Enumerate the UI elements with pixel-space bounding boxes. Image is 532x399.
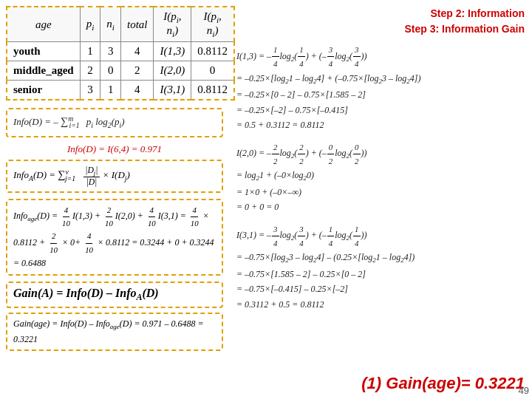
i31-line5: = 0.3112 + 0.5 = 0.8112 xyxy=(236,299,324,310)
row-label-middle: middle_aged xyxy=(7,61,80,81)
info-d-formula-block: Info(D) = – ∑mi=1 pi log2(pi) xyxy=(6,108,223,137)
col-total: total xyxy=(120,7,154,42)
i31-block: I(3,1) = –34log2(34) + (–14log2(14)) = –… xyxy=(236,222,525,313)
step-title-block: Step 2: Information Step 3: Information … xyxy=(236,6,525,37)
col-pi: pi xyxy=(80,7,100,42)
col-age: age xyxy=(7,7,80,42)
i20-line2: = log21 + (–0×log20) xyxy=(236,170,314,180)
i20-line3: = 1×0 + (–0×–∞) xyxy=(236,187,301,197)
i13-line3: = –0.25×[0 – 2] – 0.75×[1.585 – 2] xyxy=(236,89,366,100)
row-ipn-senior: I(3,1) xyxy=(154,81,191,100)
i13-line2: = –0.25×[log21 – log24] + (–0.75×[log23 … xyxy=(236,73,420,83)
col-ipn2: I(pi, ni) xyxy=(191,7,234,42)
table-row-youth: youth 1 3 4 I(1,3) 0.8112 xyxy=(7,42,234,61)
i31-line3: = –0.75×[1.585 – 2] – 0.25×[0 – 2] xyxy=(236,269,366,279)
gain-age-calc-block: Gain(age) = Info(D) – Infoage(D) = 0.971… xyxy=(6,313,223,351)
col-ipn1: I(pi, ni) xyxy=(154,7,191,42)
i13-line5: = 0.5 + 0.3112 = 0.8112 xyxy=(236,120,324,130)
row-ni-middle: 0 xyxy=(100,61,121,81)
left-panel: age pi ni total I(pi, ni) I(pi, ni) yout… xyxy=(0,0,229,399)
step3-label: Step 3: Information Gain xyxy=(236,21,525,37)
info-d-value: Info(D) = I(6,4) = 0.971 xyxy=(6,143,223,155)
row-ni-senior: 1 xyxy=(100,81,121,100)
col-ni: ni xyxy=(100,7,121,42)
row-val-middle: 0 xyxy=(191,61,234,81)
step2-label: Step 2: Information xyxy=(236,6,525,21)
gain-formula-text: Gain(A) = Info(D) – InfoA(D) xyxy=(13,287,159,299)
gain-formula-block: Gain(A) = Info(D) – InfoA(D) xyxy=(6,282,223,308)
row-ni-youth: 3 xyxy=(100,42,121,61)
row-total-middle: 2 xyxy=(120,61,154,81)
i13-line4: = –0.25×[–2] – 0.75×[–0.415] xyxy=(236,105,348,115)
row-val-youth: 0.8112 xyxy=(191,42,234,61)
i20-line4: = 0 + 0 = 0 xyxy=(236,202,279,212)
row-label-senior: senior xyxy=(7,81,80,100)
page-number: 49 xyxy=(519,385,529,396)
row-ipn-youth: I(1,3) xyxy=(154,42,191,61)
infoa-formula-block: InfoA(D) = ∑vj=1 |Dj||D| × I(Dj) xyxy=(6,160,223,193)
i31-line4: = –0.75×[–0.415] – 0.25×[–2] xyxy=(236,284,348,294)
right-formulas-block: I(1,3) = –14log2(14) + (–34log2(34)) = –… xyxy=(236,43,525,312)
row-total-senior: 4 xyxy=(120,81,154,100)
row-label-youth: youth xyxy=(7,42,80,61)
i13-line1: I(1,3) = –14log2(14) + (–34log2(34)) xyxy=(236,51,367,61)
row-pi-youth: 1 xyxy=(80,42,100,61)
row-val-senior: 0.8112 xyxy=(191,81,234,100)
right-panel: Step 2: Information Step 3: Information … xyxy=(229,0,532,399)
gain-age-line1: Gain(age) = Info(D) – Infoage(D) xyxy=(13,318,134,329)
infoa-age-line1: Infoage(D) = 410I(1,3) + 210I(2,0) + 410… xyxy=(13,211,180,221)
i20-line1: I(2,0) = –22log2(22) + (–02log2(02)) xyxy=(236,148,367,158)
info-table: age pi ni total I(pi, ni) I(pi, ni) yout… xyxy=(6,6,235,100)
row-pi-middle: 2 xyxy=(80,61,100,81)
i31-line1: I(3,1) = –34log2(34) + (–14log2(14)) xyxy=(236,230,367,240)
infoa-formula-text: InfoA(D) = ∑vj=1 |Dj||D| × I(Dj) xyxy=(13,169,130,180)
table-row-middle: middle_aged 2 0 2 I(2,0) 0 xyxy=(7,61,234,81)
row-total-youth: 4 xyxy=(120,42,154,61)
gain-final-label: (1) Gain(age)= 0.3221 xyxy=(361,374,525,393)
i20-block: I(2,0) = –22log2(22) + (–02log2(02)) = l… xyxy=(236,140,525,215)
info-d-formula-line1: Info(D) = – ∑mi=1 pi log2(pi) xyxy=(13,114,216,132)
row-pi-senior: 3 xyxy=(80,81,100,100)
infoa-age-calc-block: Infoage(D) = 410I(1,3) + 210I(2,0) + 410… xyxy=(6,199,223,276)
table-row-senior: senior 3 1 4 I(3,1) 0.8112 xyxy=(7,81,234,100)
i31-line2: = –0.75×[log23 – log24] – (0.25×[log21 –… xyxy=(236,252,415,262)
i13-block: I(1,3) = –14log2(14) + (–34log2(34)) = –… xyxy=(236,43,525,133)
row-ipn-middle: I(2,0) xyxy=(154,61,191,81)
